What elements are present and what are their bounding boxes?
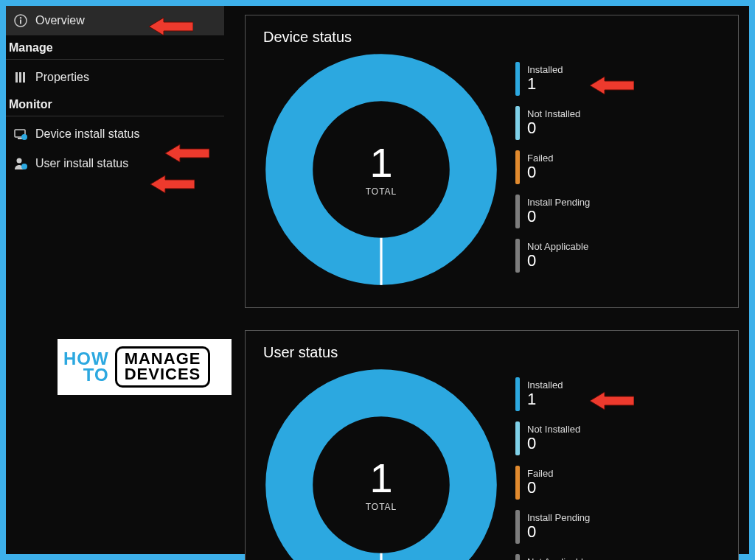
sidebar-item-label: Overview [35,14,85,27]
legend-label: Installed [527,379,563,391]
svg-point-8 [21,134,27,140]
sidebar-item-label: Device install status [35,127,139,141]
logo-how-to-manage-devices: HOW TO MANAGE DEVICES [58,339,232,395]
legend-value: 1 [527,391,563,408]
legend-value: 0 [527,435,580,452]
legend-label: Not Applicable [527,556,588,560]
legend-color-bar [515,195,520,228]
legend-value: 0 [527,119,580,137]
legend-item-not-installed[interactable]: Not Installed 0 [515,421,590,455]
donut-total-value: 1 [366,142,397,183]
legend-item-not-installed[interactable]: Not Installed 0 [515,106,590,140]
legend-item-installed[interactable]: Installed 1 [515,377,590,411]
sidebar-item-overview[interactable]: Overview [6,6,224,35]
logo-word-devices: DEVICES [125,367,201,382]
logo-word-to: TO [83,367,109,383]
legend-color-bar [515,150,520,184]
legend-label: Failed [527,153,553,164]
donut-total-label: TOTAL [366,502,397,512]
user-icon [13,156,28,171]
legend-value: 0 [527,523,590,541]
legend-color-bar [515,106,520,140]
legend-value: 0 [527,208,590,225]
user-status-donut: 1 TOTAL [263,367,499,560]
legend-color-bar [515,239,520,273]
legend-item-install-pending[interactable]: Install Pending 0 [515,510,590,544]
legend-label: Install Pending [527,512,590,523]
sidebar-section-monitor: Monitor [6,92,224,116]
info-icon [13,13,28,28]
legend-value: 0 [527,479,553,497]
sidebar-item-device-install-status[interactable]: Device install status [6,119,224,149]
svg-point-1 [20,17,21,18]
sidebar: Overview Manage Properties Monitor Devic… [6,6,224,554]
legend-item-failed[interactable]: Failed 0 [515,466,590,500]
legend-value: 0 [527,164,553,181]
svg-rect-4 [19,72,21,83]
legend-color-bar [515,510,520,544]
card-title: Device status [263,29,720,46]
card-title: User status [263,344,720,361]
legend-label: Not Installed [527,108,580,119]
legend-value: 1 [527,75,563,93]
svg-rect-3 [15,72,18,83]
svg-rect-2 [20,20,21,24]
legend-value: 0 [527,252,588,270]
legend-item-not-applicable[interactable]: Not Applicable 0 [515,239,590,273]
legend-item-failed[interactable]: Failed 0 [515,150,590,184]
svg-rect-7 [18,138,22,139]
properties-icon [13,70,28,85]
legend-label: Failed [527,468,553,479]
legend-item-install-pending[interactable]: Install Pending 0 [515,195,590,228]
content-area: Device status 1 TOTAL [245,15,739,554]
svg-point-10 [21,164,27,169]
legend-label: Not Installed [527,424,580,435]
card-user-status: User status 1 TOTAL I [245,330,739,560]
legend-item-not-applicable[interactable]: Not Applicable 0 [515,554,590,560]
device-status-donut: 1 TOTAL [263,52,499,287]
legend-item-installed[interactable]: Installed 1 [515,62,590,96]
legend-color-bar [515,466,520,500]
card-device-status: Device status 1 TOTAL [245,15,739,308]
device-status-legend: Installed 1 Not Installed 0 [515,62,590,273]
legend-label: Install Pending [527,197,590,208]
sidebar-item-label: Properties [35,71,89,84]
legend-color-bar [515,62,520,96]
app-frame: Overview Manage Properties Monitor Devic… [6,6,749,554]
device-icon [13,127,28,141]
legend-color-bar [515,421,520,455]
sidebar-section-manage: Manage [6,35,224,60]
svg-point-9 [17,158,22,164]
legend-label: Not Applicable [527,241,588,252]
donut-total-value: 1 [366,458,397,499]
sidebar-item-user-install-status[interactable]: User install status [6,149,224,178]
svg-rect-5 [23,72,25,83]
sidebar-item-properties[interactable]: Properties [6,63,224,92]
donut-total-label: TOTAL [366,186,397,197]
user-status-legend: Installed 1 Not Installed 0 [515,377,590,560]
legend-label: Installed [527,64,563,75]
legend-color-bar [515,554,520,560]
sidebar-item-label: User install status [35,157,128,170]
legend-color-bar [515,377,520,411]
